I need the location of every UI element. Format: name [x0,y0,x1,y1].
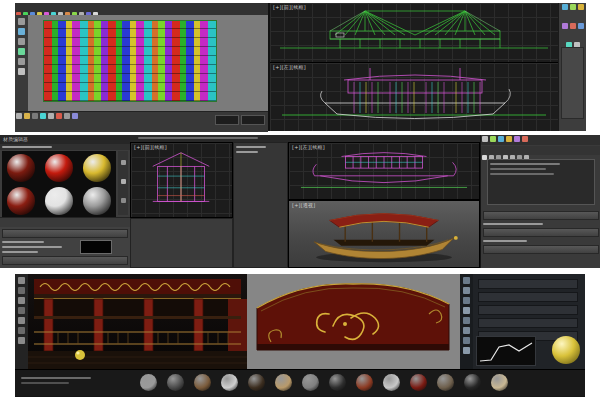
create-tab-icon[interactable] [522,136,528,142]
material-thumbnail[interactable] [491,374,508,391]
material-thumbnail[interactable] [140,374,157,391]
material-sphere[interactable] [7,187,35,215]
material-side-icon[interactable] [121,160,126,165]
uv-side-icon[interactable] [18,68,25,75]
texture-paint-viewport[interactable] [247,274,460,369]
rollout-header[interactable] [2,229,128,238]
uv-side-icon[interactable] [18,28,25,35]
viewport-label[interactable]: [+][左][线框] [292,144,325,151]
property-row[interactable] [478,318,578,328]
create-tab-icon[interactable] [514,136,520,142]
rollout-header[interactable] [483,228,599,237]
paint-tool-icon[interactable] [18,277,25,284]
viewport-left-wireframe[interactable]: [+][左][线框] [270,63,558,131]
material-sphere[interactable] [7,154,35,182]
viewport-label[interactable]: [+][前][线框] [273,4,306,11]
curve-editor-widget[interactable] [476,336,536,366]
panel-mode-icon[interactable] [463,317,470,324]
rollout-header[interactable] [2,256,128,265]
paint-tool-icon[interactable] [18,307,25,314]
uv-bottom-icon[interactable] [16,113,22,119]
uv-side-icon[interactable] [18,58,25,65]
property-row[interactable] [478,279,578,289]
material-thumbnail[interactable] [302,374,319,391]
material-editor-menubar[interactable] [0,144,130,150]
material-sphere[interactable] [45,154,73,182]
viewport-label[interactable]: [+][透视] [292,202,315,209]
uv-bottom-icon[interactable] [32,113,38,119]
property-row[interactable] [478,305,578,315]
material-sphere[interactable] [83,187,111,215]
uv-coord-field-v[interactable] [241,115,265,125]
viewport-perspective-shaded[interactable]: [+][透视] [288,200,480,268]
material-thumbnail[interactable] [221,374,238,391]
viewport-front-wireframe[interactable]: [+][前][线框] [270,3,558,63]
rollout-header[interactable] [483,211,599,220]
material-editor-titlebar[interactable]: 材质编辑器 [0,135,130,144]
paint-tool-icon[interactable] [18,287,25,294]
material-thumbnail[interactable] [167,374,184,391]
viewport-label[interactable]: [+][左][线框] [273,64,306,71]
paint-tool-icon[interactable] [18,297,25,304]
paint-tool-icon[interactable] [18,337,25,344]
uv-bottom-icon[interactable] [56,113,62,119]
panel-mode-icon[interactable] [463,327,470,334]
create-tab-icon[interactable] [498,136,504,142]
panel-mode-icon[interactable] [463,307,470,314]
create-tab-icon[interactable] [490,136,496,142]
paint-tool-icon[interactable] [18,327,25,334]
uv-bottom-icon[interactable] [72,113,78,119]
material-thumbnail[interactable] [329,374,346,391]
uv-side-icon[interactable] [18,38,25,45]
command-panel-icon[interactable] [570,4,576,10]
material-sphere[interactable] [45,187,73,215]
create-panel-subtabs [481,146,600,155]
object-list-box[interactable] [487,159,595,205]
wireframe-boat-side-svg [289,143,479,199]
panel-mode-icon[interactable] [463,287,470,294]
panel-mode-icon[interactable] [463,347,470,354]
material-thumbnail[interactable] [275,374,292,391]
uv-bottom-icon[interactable] [40,113,46,119]
create-tab-icon[interactable] [482,136,488,142]
uv-bottom-icon[interactable] [48,113,54,119]
command-panel-icon[interactable] [570,23,576,29]
uv-side-icon[interactable] [18,48,25,55]
uv-bottom-icon[interactable] [24,113,30,119]
viewport-pavilion-front[interactable]: [+][前][线框] [130,142,233,218]
rollout-header[interactable] [483,245,599,254]
command-panel-icon[interactable] [562,23,568,29]
texture-panel-svg [247,274,460,369]
material-thumbnail[interactable] [410,374,427,391]
create-panel [480,135,600,268]
uv-editor-left-toolbar [15,15,28,111]
uv-bottom-icon[interactable] [64,113,70,119]
collage-canvas: [+][前][线框] [+][左][线框] [0,0,600,400]
viewport-boat-side[interactable]: [+][左][线框] [288,142,480,200]
panel-mode-icon[interactable] [463,277,470,284]
viewport-label[interactable]: [+][前][线框] [134,144,167,151]
render-viewport[interactable] [28,274,247,369]
uv-side-icon[interactable] [18,18,25,25]
material-thumbnail[interactable] [464,374,481,391]
material-thumbnail[interactable] [194,374,211,391]
diffuse-color-swatch[interactable] [80,240,112,254]
material-thumbnail[interactable] [356,374,373,391]
uv-canvas[interactable] [28,15,268,111]
material-sphere[interactable] [83,154,111,182]
material-side-icon[interactable] [121,179,126,184]
command-panel-icon[interactable] [578,4,584,10]
material-thumbnail[interactable] [437,374,454,391]
uv-coord-field-u[interactable] [215,115,239,125]
panel-mode-icon[interactable] [463,337,470,344]
material-preview-sphere[interactable] [552,336,580,364]
material-thumbnail[interactable] [383,374,400,391]
material-thumbnail[interactable] [248,374,265,391]
panel-mode-icon[interactable] [463,297,470,304]
paint-tool-icon[interactable] [18,317,25,324]
command-panel-icon[interactable] [562,4,568,10]
material-side-icon[interactable] [121,198,126,203]
property-row[interactable] [478,292,578,302]
create-tab-icon[interactable] [506,136,512,142]
command-panel-icon[interactable] [578,23,584,29]
